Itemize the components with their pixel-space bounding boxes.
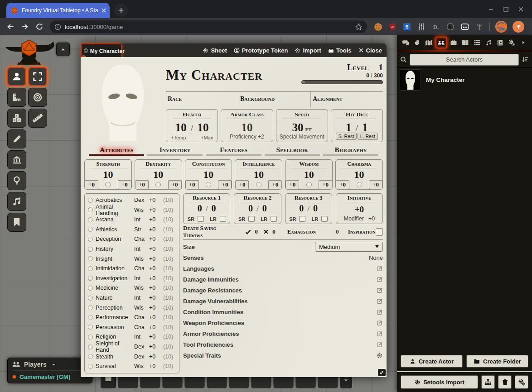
- tab-features[interactable]: Features: [206, 146, 261, 156]
- armor-class-box[interactable]: Armor Class 10 Proficiency +2: [221, 109, 273, 142]
- ability-charisma[interactable]: Charisma 10 +0+0: [335, 159, 383, 190]
- tab-playlists[interactable]: [484, 38, 493, 48]
- initiative-total[interactable]: +0: [336, 205, 382, 215]
- hp-temp-label[interactable]: +Temp: [171, 135, 186, 140]
- speed-value[interactable]: 30: [292, 121, 304, 134]
- skill-medicine[interactable]: MedicineWis+0(10): [88, 283, 176, 293]
- special-traits-config-icon[interactable]: [376, 352, 383, 359]
- skill-insight[interactable]: InsightWis+0(10): [88, 254, 176, 264]
- pencil-tool-button[interactable]: [7, 129, 26, 148]
- resource-3-box[interactable]: Resource 3 0/0 SRLR: [285, 193, 332, 224]
- skill-prof-radio[interactable]: [88, 305, 93, 310]
- alignment-field[interactable]: Alignment: [311, 92, 383, 107]
- bookmark-star-icon[interactable]: [355, 23, 363, 31]
- window-minimize-button[interactable]: [488, 6, 494, 12]
- death-fail-count[interactable]: 0: [272, 228, 276, 235]
- skill-prof-radio[interactable]: [88, 237, 93, 242]
- lr-checkbox[interactable]: [271, 216, 277, 222]
- skill-sleight-of-hand[interactable]: Sleight of HandDex+0(10): [88, 342, 176, 352]
- ability-intelligence[interactable]: Intelligence 10 +0+0: [235, 159, 282, 190]
- skill-perception[interactable]: PerceptionWis+0(10): [88, 303, 176, 313]
- skill-prof-radio[interactable]: [88, 266, 93, 271]
- resource-1-box[interactable]: Resource 1 0/0 SRLR: [183, 193, 230, 224]
- proficiency-radio[interactable]: [105, 182, 111, 187]
- browser-tab[interactable]: Foundry Virtual Tabletop • A Stan: [6, 3, 110, 18]
- lr-checkbox[interactable]: [321, 216, 328, 222]
- forward-button[interactable]: [21, 23, 29, 31]
- speed-box[interactable]: Speed 30ft Special Movement: [276, 109, 328, 142]
- players-header[interactable]: Players: [12, 361, 87, 371]
- skill-prof-radio[interactable]: [88, 354, 93, 359]
- tab-journal[interactable]: [460, 38, 470, 48]
- ability-mod[interactable]: +0: [268, 180, 282, 189]
- hit-dice-max[interactable]: 1: [362, 121, 368, 134]
- browser-update-button[interactable]: [513, 21, 524, 33]
- tab-tables[interactable]: [472, 38, 482, 48]
- ability-mod[interactable]: +0: [369, 180, 382, 189]
- url-bar[interactable]: localhost:30000/game: [50, 20, 367, 33]
- dice-tool-button[interactable]: [7, 109, 26, 128]
- skill-survival[interactable]: SurvivalWis+0(10): [88, 361, 176, 371]
- sliders-extension-icon[interactable]: [417, 22, 426, 31]
- players-widget[interactable]: Players Gamemaster [GM]: [7, 358, 92, 383]
- import-button[interactable]: Import: [295, 47, 321, 54]
- skill-prof-radio[interactable]: [88, 325, 93, 330]
- edit-icon[interactable]: [377, 309, 383, 315]
- size-select[interactable]: Medium: [315, 242, 383, 252]
- sr-checkbox[interactable]: [198, 216, 204, 222]
- ruler-tool-button[interactable]: [28, 109, 47, 128]
- tab-chat[interactable]: [401, 38, 411, 48]
- create-folder-button[interactable]: Create Folder: [466, 355, 528, 368]
- skill-prof-radio[interactable]: [88, 256, 93, 261]
- short-rest-button[interactable]: S. Rest: [336, 133, 357, 140]
- skill-prof-radio[interactable]: [88, 217, 93, 222]
- music-tool-button[interactable]: [7, 192, 26, 211]
- edit-icon[interactable]: [377, 341, 383, 348]
- ability-mod[interactable]: +0: [118, 180, 131, 189]
- skill-nature[interactable]: NatureInt+0(10): [88, 293, 176, 303]
- ability-wisdom[interactable]: Wisdom 10 +0+0: [285, 159, 333, 190]
- reload-button[interactable]: [35, 23, 44, 31]
- lens-extension-icon[interactable]: [446, 22, 455, 31]
- edit-icon[interactable]: [377, 320, 383, 326]
- profile-avatar[interactable]: [495, 21, 507, 33]
- health-box[interactable]: Health 10/10 +Temp+Max: [166, 109, 218, 142]
- death-fail-icon[interactable]: [263, 229, 269, 234]
- long-rest-button[interactable]: L. Rest: [358, 133, 378, 140]
- proficiency-radio[interactable]: [256, 182, 261, 187]
- search-input[interactable]: [410, 54, 519, 66]
- race-field[interactable]: Race: [166, 92, 238, 107]
- prototype-token-button[interactable]: Prototype Token: [234, 47, 288, 54]
- site-info-icon[interactable]: [54, 24, 61, 30]
- sort-folders-icon[interactable]: [522, 56, 529, 63]
- edit-icon[interactable]: [377, 287, 383, 293]
- tab-scenes[interactable]: [424, 38, 434, 48]
- lightbulb-tool-button[interactable]: [7, 171, 26, 190]
- skill-prof-radio[interactable]: [88, 296, 93, 301]
- player-row[interactable]: Gamemaster [GM]: [12, 371, 87, 380]
- ability-strength[interactable]: Strength 10 +0+0: [84, 159, 132, 190]
- skill-prof-radio[interactable]: [88, 364, 93, 369]
- proficiency-radio[interactable]: [306, 182, 312, 187]
- initiative-modifier[interactable]: +0: [368, 215, 375, 222]
- edit-icon[interactable]: [377, 298, 383, 304]
- sr-checkbox[interactable]: [248, 216, 255, 222]
- special-movement-label[interactable]: Special Movement: [276, 134, 328, 140]
- sidebar-collapse-icon[interactable]: [518, 38, 528, 48]
- tab-inventory[interactable]: Inventory: [147, 146, 203, 156]
- bank-tool-button[interactable]: [7, 150, 26, 169]
- xp-text[interactable]: 0 / 300: [301, 72, 383, 79]
- hp-tempmax-label[interactable]: +Max: [201, 135, 213, 140]
- 5etools-import-button[interactable]: 5etools Import: [401, 375, 478, 389]
- proficiency-radio[interactable]: [357, 182, 362, 187]
- skill-prof-radio[interactable]: [88, 276, 93, 281]
- skill-intimidation[interactable]: IntimidationCha+0(10): [88, 263, 176, 273]
- d-extension-icon[interactable]: D.: [431, 22, 440, 31]
- skill-arcana[interactable]: ArcanaInt+0(10): [88, 215, 176, 225]
- lr-checkbox[interactable]: [220, 216, 226, 222]
- tab-biography[interactable]: Biography: [323, 146, 378, 156]
- skill-athletics[interactable]: AthleticsStr+0(10): [88, 225, 176, 234]
- level-value[interactable]: 1: [379, 62, 383, 72]
- fork-extension-icon[interactable]: [475, 22, 484, 31]
- skill-prof-radio[interactable]: [88, 286, 93, 291]
